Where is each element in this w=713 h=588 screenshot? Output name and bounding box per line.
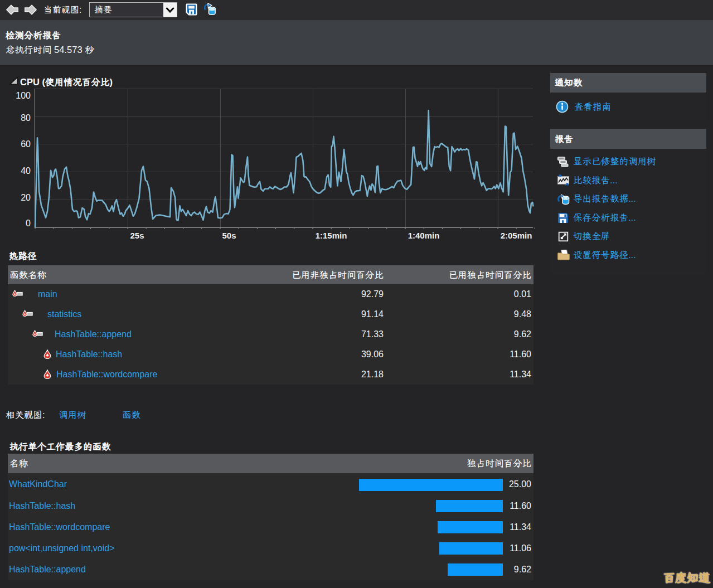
- svg-text:100: 100: [16, 91, 31, 100]
- svg-text:50s: 50s: [222, 231, 236, 240]
- svg-text:20: 20: [21, 193, 31, 202]
- svg-text:1:15min: 1:15min: [316, 231, 347, 240]
- svg-text:0: 0: [26, 218, 31, 228]
- svg-text:60: 60: [21, 139, 31, 149]
- svg-text:25s: 25s: [130, 231, 144, 240]
- svg-text:1:40min: 1:40min: [408, 231, 440, 240]
- svg-text:40: 40: [21, 166, 31, 176]
- svg-text:2:05min: 2:05min: [501, 231, 532, 240]
- svg-text:80: 80: [21, 113, 31, 123]
